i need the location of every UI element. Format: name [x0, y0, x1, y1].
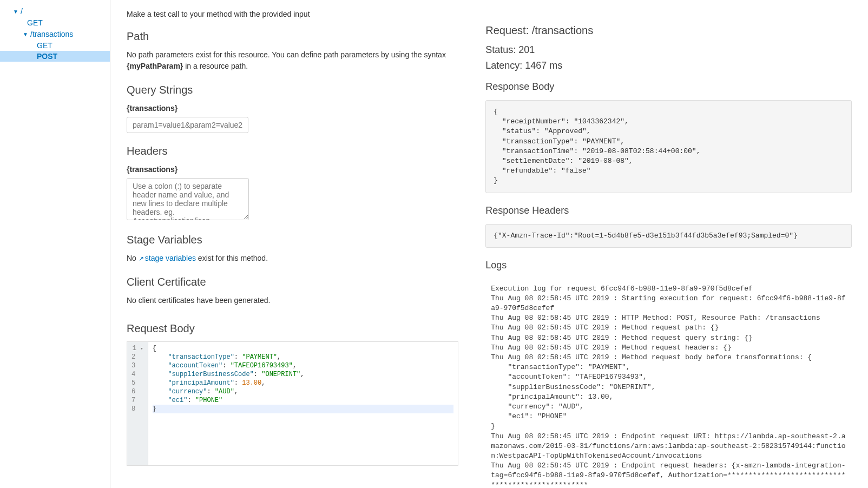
latency-value: 1467 ms — [525, 60, 562, 71]
status-value: 201 — [518, 44, 535, 55]
path-text-1: No path parameters exist for this resour… — [127, 50, 446, 59]
response-body-title: Response Body — [485, 81, 852, 93]
request-body-editor[interactable]: 1 ▾ 2 3 4 5 6 7 8 { "transactionType": "… — [127, 341, 458, 466]
intro-text: Make a test call to your method with the… — [127, 10, 458, 18]
headers-textarea[interactable] — [127, 178, 249, 220]
external-link-icon: ↗ — [139, 255, 144, 262]
caret-down-icon: ▼ — [13, 9, 18, 15]
query-string-input[interactable] — [127, 117, 248, 133]
stage-vars-title: Stage Variables — [127, 234, 458, 246]
query-section-title: Query Strings — [127, 84, 458, 96]
response-body-block: { "receiptNumber": "1043362342", "status… — [485, 100, 852, 193]
path-section-text: No path parameters exist for this resour… — [127, 49, 458, 72]
path-text-2: in a resource path. — [183, 62, 248, 70]
main-content: Make a test call to your method with the… — [110, 0, 868, 488]
tree-root[interactable]: ▼ / — [0, 5, 110, 17]
response-headers-title: Response Headers — [485, 205, 852, 216]
tree-root-label: / — [21, 7, 23, 16]
logs-block: Execution log for request 6fcc94f6-b988-… — [485, 279, 852, 488]
tree-method-post[interactable]: POST — [0, 51, 110, 62]
stage-variables-link[interactable]: ↗stage variables — [139, 254, 196, 262]
latency-label: Latency: — [485, 60, 525, 71]
stage-after: exist for this method. — [196, 254, 268, 262]
headers-section-title: Headers — [127, 145, 458, 157]
path-param-example: {myPathParam} — [127, 62, 183, 70]
request-body-title: Request Body — [127, 322, 458, 335]
editor-content[interactable]: { "transactionType": "PAYMENT", "account… — [148, 342, 458, 465]
logs-title: Logs — [485, 260, 852, 271]
left-panel: Make a test call to your method with the… — [127, 0, 475, 488]
tree-method-get[interactable]: GET — [0, 40, 110, 51]
path-section-title: Path — [127, 30, 458, 43]
tree-method-get-root[interactable]: GET — [0, 17, 110, 28]
request-value: /transactions — [532, 24, 593, 36]
status-line: Status: 201 — [485, 44, 852, 56]
stage-no: No — [127, 254, 139, 262]
headers-label: {transactions} — [127, 165, 458, 174]
stage-link-text: stage variables — [145, 254, 196, 262]
stage-vars-text: No ↗stage variables exist for this metho… — [127, 253, 458, 264]
request-line: Request: /transactions — [485, 24, 852, 37]
caret-down-icon: ▼ — [23, 31, 28, 37]
latency-line: Latency: 1467 ms — [485, 60, 852, 71]
tree-resource-transactions[interactable]: ▼ /transactions — [0, 28, 110, 40]
resource-tree-sidebar: ▼ / GET ▼ /transactions GET POST — [0, 0, 110, 488]
client-cert-title: Client Certificate — [127, 276, 458, 288]
client-cert-text: No client certificates have been generat… — [127, 295, 458, 306]
status-label: Status: — [485, 44, 518, 55]
tree-resource-label: /transactions — [30, 30, 73, 38]
editor-gutter: 1 ▾ 2 3 4 5 6 7 8 — [127, 342, 148, 465]
request-label: Request: — [485, 24, 532, 36]
response-headers-block: {"X-Amzn-Trace-Id":"Root=1-5d4b8fe5-d3e1… — [485, 224, 852, 248]
query-label: {transactions} — [127, 104, 458, 113]
right-panel: Request: /transactions Status: 201 Laten… — [475, 0, 852, 488]
